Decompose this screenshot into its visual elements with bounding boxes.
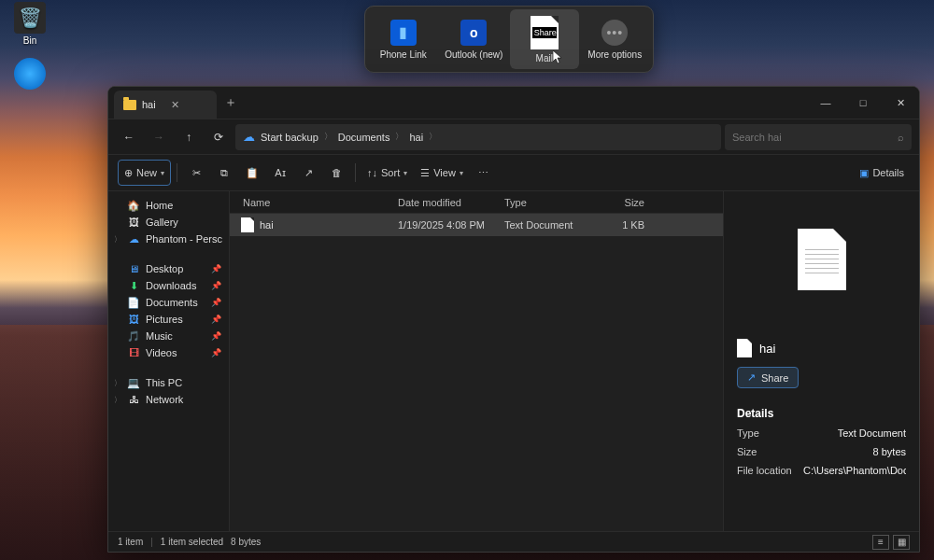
details-toggle[interactable]: ▣ Details bbox=[854, 160, 910, 186]
new-tab-button[interactable]: ＋ bbox=[224, 94, 237, 111]
sort-icon: ↑↓ bbox=[367, 167, 377, 178]
tab-close-button[interactable]: ✕ bbox=[171, 99, 179, 111]
status-selected: 1 item selected bbox=[161, 537, 223, 547]
maximize-button[interactable]: □ bbox=[844, 87, 882, 119]
tab-hai[interactable]: hai ✕ bbox=[114, 91, 217, 119]
pin-icon: 📌 bbox=[211, 315, 221, 324]
back-button[interactable]: ← bbox=[116, 124, 142, 150]
more-icon: ••• bbox=[601, 20, 628, 46]
file-type: Text Document bbox=[504, 219, 588, 231]
column-size[interactable]: Size bbox=[588, 197, 654, 208]
crumb-documents[interactable]: Documents bbox=[338, 132, 390, 143]
file-list[interactable]: hai 1/19/2025 4:08 PM Text Document 1 KB bbox=[230, 214, 723, 531]
status-item-count: 1 item bbox=[118, 537, 143, 547]
refresh-button[interactable]: ⟳ bbox=[205, 124, 232, 150]
forward-button[interactable]: → bbox=[146, 124, 172, 150]
share-target-label: Mail bbox=[536, 53, 553, 63]
column-type[interactable]: Type bbox=[504, 197, 588, 208]
file-date: 1/19/2025 4:08 PM bbox=[398, 219, 504, 231]
desktop-icon-user[interactable] bbox=[6, 58, 54, 91]
chevron-down-icon: ▾ bbox=[403, 169, 407, 177]
titlebar[interactable]: hai ✕ ＋ — □ ✕ bbox=[108, 87, 919, 119]
outlook-icon: o bbox=[460, 20, 487, 46]
details-value: 8 bytes bbox=[873, 446, 906, 457]
sidebar-item-music[interactable]: 🎵Music📌 bbox=[112, 328, 225, 344]
details-label: File location bbox=[737, 465, 792, 476]
plus-icon: ⊕ bbox=[124, 167, 133, 179]
sidebar-item-phantom[interactable]: 〉☁Phantom - Persc bbox=[112, 231, 225, 247]
pin-icon: 📌 bbox=[211, 281, 221, 290]
sidebar-item-downloads[interactable]: ⬇Downloads📌 bbox=[112, 277, 225, 294]
paste-button[interactable]: 📋 bbox=[239, 160, 265, 186]
close-button[interactable]: ✕ bbox=[882, 87, 919, 119]
share-target-more[interactable]: ••• More options bbox=[581, 9, 650, 69]
status-bytes: 8 bytes bbox=[231, 537, 261, 547]
rename-button[interactable]: Aɪ bbox=[267, 160, 293, 186]
status-bar: 1 item | 1 item selected 8 bytes ≡ ▦ bbox=[108, 531, 919, 552]
sort-button[interactable]: ↑↓ Sort ▾ bbox=[361, 160, 413, 186]
separator bbox=[355, 163, 356, 182]
chevron-down-icon: ▾ bbox=[161, 169, 164, 177]
more-button[interactable]: ⋯ bbox=[471, 160, 497, 186]
up-button[interactable]: ↑ bbox=[176, 124, 202, 150]
crumb-hai[interactable]: hai bbox=[409, 132, 423, 143]
sidebar-item-label: Documents bbox=[146, 297, 198, 308]
view-details-button[interactable]: ≡ bbox=[872, 535, 889, 550]
copy-button[interactable]: ⧉ bbox=[211, 160, 237, 186]
sidebar-item-label: Phantom - Persc bbox=[146, 233, 222, 245]
desktop-icon-recycle-bin[interactable]: 🗑️ Bin bbox=[6, 2, 54, 46]
sidebar-item-videos[interactable]: 🎞Videos📌 bbox=[112, 344, 225, 361]
copy-icon: ⧉ bbox=[220, 167, 228, 179]
sidebar-item-this-pc[interactable]: 〉💻This PC bbox=[112, 374, 225, 391]
rename-icon: Aɪ bbox=[275, 167, 285, 179]
sort-label: Sort bbox=[381, 167, 400, 178]
user-folder-icon bbox=[14, 58, 46, 90]
search-input[interactable] bbox=[732, 132, 892, 143]
sidebar-item-gallery[interactable]: 🖼Gallery bbox=[112, 214, 225, 231]
tab-title: hai bbox=[142, 99, 156, 110]
onedrive-icon: ☁ bbox=[127, 233, 140, 245]
breadcrumb[interactable]: ☁ Start backup 〉 Documents 〉 hai 〉 bbox=[235, 124, 721, 150]
details-row-size: Size 8 bytes bbox=[737, 446, 906, 457]
folder-icon bbox=[123, 100, 136, 110]
chevron-right-icon: 〉 bbox=[114, 395, 121, 405]
search-box[interactable]: ⌕ bbox=[725, 124, 912, 150]
sidebar-item-home[interactable]: 🏠Home bbox=[112, 197, 225, 214]
cut-button[interactable]: ✂ bbox=[183, 160, 209, 186]
column-headers[interactable]: Name Date modified Type Size bbox=[230, 191, 723, 214]
share-target-mail[interactable]: Share Mail bbox=[510, 9, 579, 69]
downloads-icon: ⬇ bbox=[127, 280, 140, 291]
sidebar-item-documents[interactable]: 📄Documents📌 bbox=[112, 294, 225, 311]
pictures-icon: 🖼 bbox=[127, 314, 140, 325]
search-icon: ⌕ bbox=[898, 132, 904, 143]
details-label: Details bbox=[872, 167, 904, 178]
details-share-button[interactable]: ↗ Share bbox=[737, 367, 799, 388]
share-button[interactable]: ↗ bbox=[295, 160, 321, 186]
share-target-label: More options bbox=[587, 49, 642, 60]
column-date[interactable]: Date modified bbox=[398, 197, 504, 208]
sidebar-item-pictures[interactable]: 🖼Pictures📌 bbox=[112, 311, 225, 328]
file-row[interactable]: hai 1/19/2025 4:08 PM Text Document 1 KB bbox=[230, 214, 723, 236]
details-header: Details bbox=[737, 407, 906, 420]
more-icon: ⋯ bbox=[478, 167, 488, 179]
crumb-start-backup[interactable]: Start backup bbox=[261, 132, 318, 143]
share-label: Share bbox=[761, 372, 788, 384]
minimize-button[interactable]: — bbox=[807, 87, 844, 119]
sidebar-item-network[interactable]: 〉🖧Network bbox=[112, 391, 225, 408]
sidebar-item-desktop[interactable]: 🖥Desktop📌 bbox=[112, 260, 225, 277]
details-filename: hai bbox=[759, 342, 775, 356]
new-button[interactable]: ⊕ New ▾ bbox=[118, 160, 171, 186]
share-target-label: Outlook (new) bbox=[445, 49, 502, 60]
share-flyout: ▮ Phone Link o Outlook (new) Share Mail … bbox=[364, 6, 654, 73]
column-name[interactable]: Name bbox=[230, 197, 398, 208]
share-target-label: Phone Link bbox=[380, 49, 427, 60]
delete-button[interactable]: 🗑 bbox=[323, 160, 349, 186]
window-controls: — □ ✕ bbox=[807, 87, 919, 119]
share-target-phone-link[interactable]: ▮ Phone Link bbox=[369, 9, 438, 69]
desktop-icon-label: Bin bbox=[6, 35, 54, 46]
mail-icon: Share bbox=[531, 16, 559, 49]
share-target-outlook[interactable]: o Outlook (new) bbox=[440, 9, 509, 69]
view-grid-button[interactable]: ▦ bbox=[893, 535, 910, 550]
view-button[interactable]: ☰ View ▾ bbox=[415, 160, 469, 186]
details-row-type: Type Text Document bbox=[737, 427, 906, 439]
